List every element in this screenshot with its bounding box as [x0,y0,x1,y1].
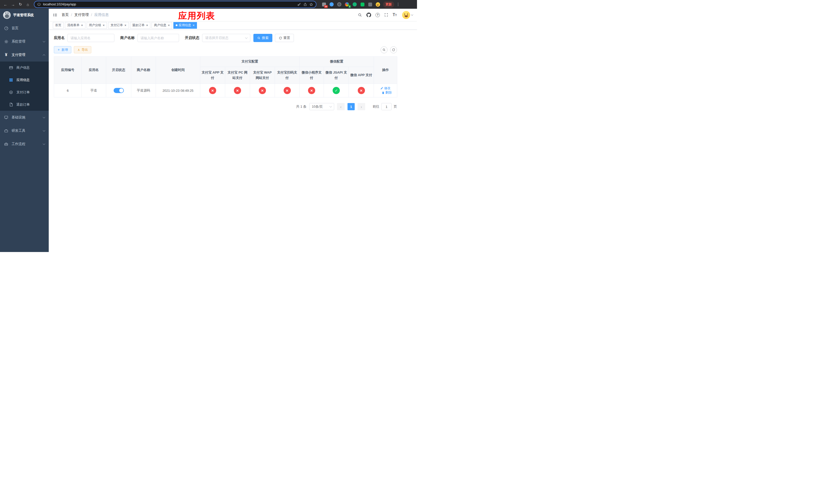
add-button[interactable]: 新增 [54,46,71,53]
close-icon[interactable]: × [124,24,127,27]
goto-page-input[interactable] [381,103,392,110]
page-1-button[interactable]: 1 [348,103,355,110]
user-menu[interactable] [402,11,413,19]
app-name-label: 应用名 [54,36,65,40]
column-header-app-id: 应用编号 [54,56,82,84]
browser-reload-icon[interactable]: ↻ [17,1,24,8]
browser-update-button[interactable]: 更新 [383,1,394,8]
tab-label: 应用信息 [179,23,191,27]
page-unit-label: 页 [394,104,397,109]
search-icon [257,37,261,40]
sidebar-item-infrastructure[interactable]: 基础设施 [0,111,49,124]
page-annotation: 应用列表 [178,10,215,22]
status-icon [209,87,216,94]
page-size-select[interactable]: 10条/页 [309,103,334,110]
sidebar-item-pay-orders[interactable]: 支付订单 [0,86,49,98]
column-header-created: 创建时间 [156,56,200,84]
extension-badge: 10 [324,5,328,8]
toggle-search-icon[interactable] [380,46,388,53]
delete-link[interactable]: 删除 [381,91,392,95]
browser-home-icon[interactable]: ⌂ [24,1,31,8]
cell-app-id: 6 [54,84,82,97]
sidebar-logo[interactable]: 芋道管理系统 [0,9,49,22]
browser-menu-icon[interactable]: ⋮ [395,2,402,7]
reset-button[interactable]: 重置 [275,34,294,42]
close-icon[interactable]: × [103,24,105,27]
tab-refund-orders[interactable]: 退款订单 × [130,22,151,29]
browser-chrome: ← → ↻ ⌂ localhost:1024/pay/app 10 1 [0,0,417,9]
extension-icon-1[interactable]: 10 [321,2,327,7]
app-name-input[interactable] [67,34,114,42]
main-area: 首页 / 支付管理 / 应用信息 应用列表 ? [49,9,417,252]
close-icon[interactable]: × [168,24,170,27]
extension-icon-8[interactable] [375,2,380,7]
extension-icon-5[interactable] [352,2,357,7]
bookmark-star-icon[interactable] [309,3,313,6]
yen-icon: ¥ [4,53,8,57]
tab-process-form[interactable]: 流程表单 × [65,22,85,29]
merchant-name-label: 商户名称 [120,36,135,40]
edit-link[interactable]: 修改 [380,86,391,91]
sidebar-item-label: 应用信息 [16,78,45,82]
sidebar-item-refund-orders[interactable]: 退款订单 [0,98,49,111]
column-header-wechat-mini: 微信小程序支付 [300,67,324,84]
sidebar-item-label: 基础设施 [12,115,40,120]
tab-label: 用户分组 [89,23,101,27]
close-icon[interactable]: × [193,24,195,27]
close-icon[interactable]: × [146,24,148,27]
refresh-table-icon[interactable] [390,46,397,53]
fullscreen-icon[interactable] [384,13,388,17]
extension-icon-7[interactable] [367,2,373,7]
extension-icon-4[interactable]: 1 [344,2,350,7]
sidebar-item-merchant-info[interactable]: 商户信息 [0,62,49,74]
enabled-toggle[interactable] [114,88,124,93]
column-header-actions: 操作 [374,56,397,84]
cell-created: 2021-10-23 08:49:25 [156,84,200,97]
trash-icon [381,91,385,94]
next-page-button[interactable]: › [357,103,365,110]
toolbox-icon [4,129,8,133]
browser-forward-icon[interactable]: → [9,1,16,8]
search-icon[interactable] [358,13,362,17]
chevron-up-icon [43,54,45,56]
breadcrumb-home[interactable]: 首页 [62,13,69,17]
tab-merchant-info[interactable]: 商户信息 × [152,22,172,29]
sidebar-collapse-icon[interactable] [53,13,58,18]
export-button[interactable]: 导出 [74,46,91,53]
status-select-placeholder: 请选择开启状态 [205,36,228,40]
column-header-alipay-qr: 支付宝扫码支付 [275,67,300,84]
help-icon[interactable]: ? [375,13,380,17]
breadcrumb-payment[interactable]: 支付管理 [74,13,89,17]
github-icon[interactable] [367,13,371,17]
browser-back-icon[interactable]: ← [2,1,9,8]
chevron-down-icon [411,13,413,15]
search-button[interactable]: 搜索 [254,34,272,42]
tab-home[interactable]: 首页 [53,22,64,29]
sidebar-item-system[interactable]: 系统管理 [0,35,49,48]
prev-page-button[interactable]: ‹ [337,103,345,110]
font-size-icon[interactable] [393,13,397,17]
status-icon [284,87,291,94]
sidebar-item-payment[interactable]: ¥ 支付管理 [0,48,49,62]
tab-user-group[interactable]: 用户分组 × [87,22,107,29]
share-icon[interactable] [303,3,307,6]
close-icon[interactable]: × [81,24,83,27]
url-bar[interactable]: localhost:1024/pay/app [35,1,316,7]
cell-alipay-qr [275,84,300,97]
sidebar-item-home[interactable]: 首页 [0,22,49,35]
extension-icon-3[interactable] [336,2,342,7]
cell-wechat-app [349,84,374,97]
extension-icon-6[interactable] [359,2,365,7]
status-select[interactable]: 请选择开启状态 [202,34,250,42]
sidebar-item-app-info[interactable]: 应用信息 [0,74,49,86]
app-table: 应用编号 应用名 开启状态 商户名称 创建时间 支付宝配置 微信配置 操作 支付… [54,56,397,97]
tab-app-info[interactable]: 应用信息 × [173,22,197,29]
sidebar-item-dev-tools[interactable]: 研发工具 [0,124,49,137]
password-key-icon[interactable] [297,3,301,6]
sidebar-item-workflow[interactable]: 工作流程 [0,137,49,151]
url-text[interactable]: localhost:1024/pay/app [43,3,295,6]
site-info-icon[interactable] [37,3,41,6]
tab-pay-orders[interactable]: 支付订单 × [108,22,129,29]
merchant-name-input[interactable] [137,34,179,42]
extension-icon-2[interactable] [329,2,334,7]
